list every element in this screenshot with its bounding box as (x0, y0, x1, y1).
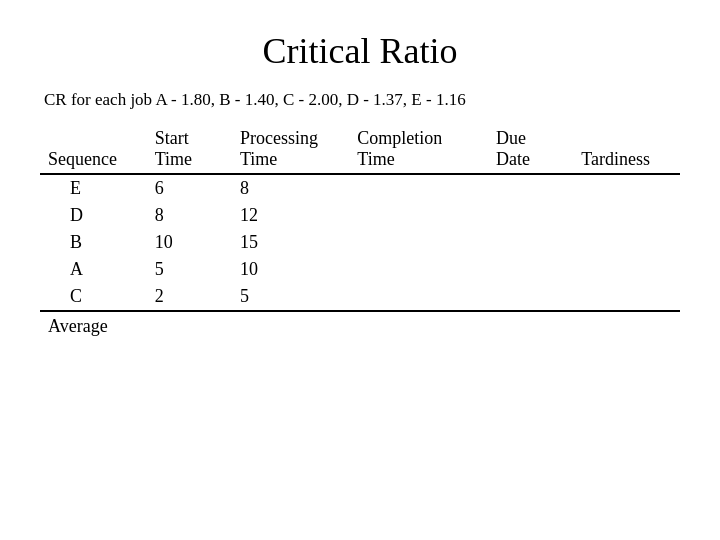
average-completion (349, 311, 488, 341)
page-title: Critical Ratio (40, 30, 680, 72)
page: Critical Ratio CR for each job A - 1.80,… (0, 0, 720, 540)
average-processing (232, 311, 349, 341)
table-row: E68 (40, 174, 680, 202)
row-1-due (488, 202, 573, 229)
average-start (147, 311, 232, 341)
table-header-row-2: Sequence Time Time Time Date Tardiness (40, 149, 680, 174)
row-3-tardiness (573, 256, 680, 283)
row-0-processing: 8 (232, 174, 349, 202)
row-1-processing: 12 (232, 202, 349, 229)
row-0-due (488, 174, 573, 202)
average-label: Average (40, 311, 147, 341)
row-4-due (488, 283, 573, 311)
header2-start: Time (147, 149, 232, 174)
row-0-start: 6 (147, 174, 232, 202)
row-2-sequence: B (40, 229, 147, 256)
subtitle-text: CR for each job A - 1.80, B - 1.40, C - … (40, 90, 466, 110)
row-4-sequence: C (40, 283, 147, 311)
header2-tardiness: Tardiness (573, 149, 680, 174)
row-3-due (488, 256, 573, 283)
row-2-due (488, 229, 573, 256)
row-1-completion (349, 202, 488, 229)
average-due (488, 311, 573, 341)
table-row: C25 (40, 283, 680, 311)
row-1-sequence: D (40, 202, 147, 229)
row-1-tardiness (573, 202, 680, 229)
row-1-start: 8 (147, 202, 232, 229)
data-table: Start Processing Completion Due Sequence… (40, 128, 680, 341)
row-2-tardiness (573, 229, 680, 256)
header1-due: Due (488, 128, 573, 149)
row-2-start: 10 (147, 229, 232, 256)
row-3-start: 5 (147, 256, 232, 283)
row-3-sequence: A (40, 256, 147, 283)
header1-start: Start (147, 128, 232, 149)
table-row: B1015 (40, 229, 680, 256)
table-wrapper: Start Processing Completion Due Sequence… (40, 128, 680, 341)
header1-tardiness (573, 128, 680, 149)
row-4-start: 2 (147, 283, 232, 311)
average-row: Average (40, 311, 680, 341)
header1-sequence (40, 128, 147, 149)
header2-completion: Time (349, 149, 488, 174)
header2-sequence: Sequence (40, 149, 147, 174)
header2-due: Date (488, 149, 573, 174)
row-3-completion (349, 256, 488, 283)
row-4-tardiness (573, 283, 680, 311)
row-2-completion (349, 229, 488, 256)
row-3-processing: 10 (232, 256, 349, 283)
average-tardiness (573, 311, 680, 341)
row-4-processing: 5 (232, 283, 349, 311)
row-2-processing: 15 (232, 229, 349, 256)
header2-processing: Time (232, 149, 349, 174)
header1-completion: Completion (349, 128, 488, 149)
header1-processing: Processing (232, 128, 349, 149)
row-0-tardiness (573, 174, 680, 202)
row-4-completion (349, 283, 488, 311)
row-0-sequence: E (40, 174, 147, 202)
row-0-completion (349, 174, 488, 202)
table-body: E68D812B1015A510C25 (40, 174, 680, 311)
table-row: D812 (40, 202, 680, 229)
table-row: A510 (40, 256, 680, 283)
table-header-row-1: Start Processing Completion Due (40, 128, 680, 149)
